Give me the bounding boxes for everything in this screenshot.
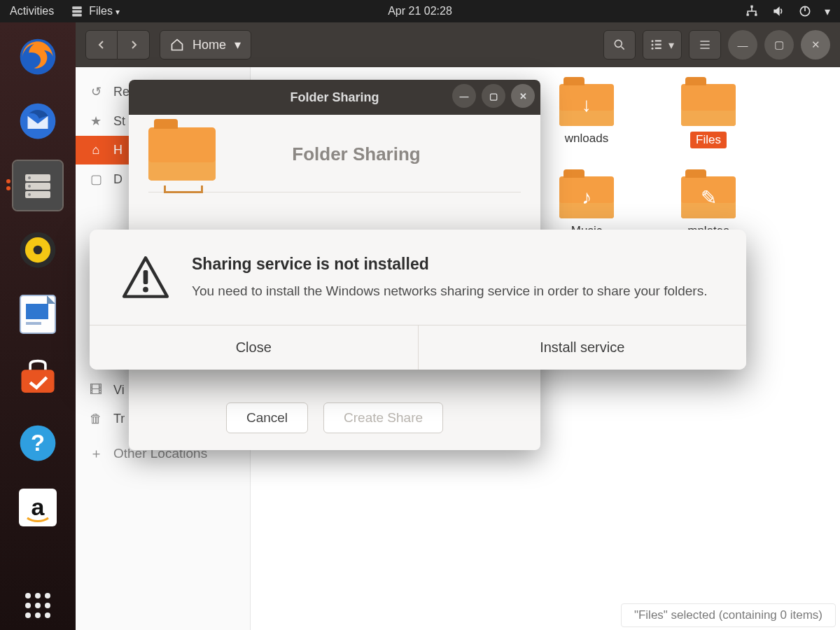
svg-point-17 (34, 246, 43, 255)
chevron-down-icon: ▾ (668, 38, 674, 52)
trash-icon: 🗑 (88, 412, 104, 426)
folder-icon: ✎ (681, 176, 736, 218)
alert-install-service-button[interactable]: Install service (419, 326, 747, 370)
path-label: Home (192, 38, 226, 52)
dock-firefox[interactable] (13, 32, 62, 81)
svg-rect-19 (26, 304, 48, 319)
app-menu-label: Files (89, 5, 120, 18)
dock-rhythmbox[interactable] (13, 225, 62, 274)
svg-point-38 (652, 44, 654, 46)
folder-music[interactable]: ♪Music (545, 176, 629, 238)
dock-show-applications[interactable] (13, 581, 62, 630)
dialog-heading: Folder Sharing (234, 144, 479, 165)
app-menu[interactable]: Files (71, 5, 120, 18)
sidebar-label: D (113, 172, 122, 187)
folder-icon (681, 84, 736, 126)
create-share-button[interactable]: Create Share (323, 402, 443, 433)
dock-files[interactable] (13, 161, 62, 210)
svg-rect-42 (144, 270, 148, 284)
folder-icon: ↓ (559, 84, 614, 126)
plus-icon: ＋ (88, 444, 104, 463)
svg-point-40 (652, 48, 654, 50)
svg-point-14 (28, 193, 31, 196)
svg-point-27 (35, 593, 41, 598)
hamburger-menu-button[interactable] (689, 30, 721, 59)
svg-point-36 (652, 40, 654, 42)
svg-rect-20 (26, 322, 41, 325)
svg-rect-2 (72, 14, 82, 17)
install-service-alert: Sharing service is not installed You nee… (90, 230, 746, 370)
alert-title: Sharing service is not installed (192, 255, 707, 274)
svg-rect-0 (72, 6, 82, 9)
files-app-icon (71, 5, 83, 18)
warning-icon (120, 255, 171, 300)
path-caret[interactable]: ▾ (234, 37, 241, 52)
clock[interactable]: Apr 21 02:28 (388, 5, 452, 18)
view-options-button[interactable]: ▾ (643, 30, 682, 59)
dialog-close-button[interactable]: ✕ (511, 84, 535, 108)
svg-text:?: ? (31, 430, 45, 456)
svg-rect-3 (750, 6, 752, 8)
dialog-titlebar: Folder Sharing — ▢ ✕ (129, 80, 540, 115)
search-button[interactable] (603, 30, 636, 59)
alert-close-button[interactable]: Close (90, 326, 419, 370)
forward-button[interactable] (118, 30, 150, 59)
network-icon[interactable] (745, 4, 759, 18)
sidebar-label: Vi (113, 383, 125, 398)
svg-point-33 (35, 612, 41, 618)
status-bar: "Files" selected (containing 0 items) (621, 603, 836, 627)
maximize-button[interactable]: ▢ (764, 30, 794, 59)
svg-rect-5 (755, 13, 757, 15)
svg-text:a: a (31, 493, 46, 520)
list-view-icon (650, 38, 663, 51)
folder-templates[interactable]: ✎mplates (666, 176, 750, 238)
svg-point-13 (28, 185, 31, 188)
dock-libreoffice-writer[interactable] (13, 290, 62, 339)
back-button[interactable] (85, 30, 118, 59)
star-icon: ★ (88, 113, 104, 129)
svg-point-8 (20, 104, 56, 139)
volume-icon[interactable] (771, 4, 785, 18)
svg-point-34 (45, 612, 50, 618)
alert-body: You need to install the Windows networks… (192, 282, 707, 301)
dock: ? a (0, 22, 76, 630)
folder-files[interactable]: Files (666, 84, 750, 148)
svg-point-43 (143, 287, 148, 293)
path-bar[interactable]: Home ▾ (160, 30, 251, 59)
dialog-maximize-button[interactable]: ▢ (482, 84, 505, 108)
svg-point-35 (615, 40, 622, 47)
folder-icon: ♪ (559, 176, 614, 218)
power-icon[interactable] (798, 4, 812, 18)
svg-rect-21 (21, 370, 54, 393)
video-icon: 🎞 (88, 383, 104, 398)
sidebar-label: St (113, 114, 125, 129)
folder-downloads[interactable]: ↓wnloads (545, 84, 629, 148)
clock-icon: ↺ (88, 84, 104, 99)
activities-button[interactable]: Activities (10, 5, 54, 18)
svg-point-12 (28, 176, 31, 179)
cancel-button[interactable]: Cancel (226, 402, 308, 433)
dialog-minimize-button[interactable]: — (452, 84, 476, 108)
dock-help[interactable]: ? (13, 419, 62, 468)
system-menu-caret[interactable]: ▾ (825, 5, 830, 18)
svg-point-32 (25, 612, 31, 618)
home-icon: ⌂ (88, 143, 104, 158)
dock-amazon[interactable]: a (13, 483, 62, 532)
close-button[interactable]: ✕ (801, 30, 830, 59)
svg-rect-37 (655, 40, 662, 41)
gnome-top-panel: Activities Files Apr 21 02:28 ▾ (0, 0, 840, 22)
sidebar-label: Re (113, 85, 130, 99)
svg-rect-41 (655, 48, 662, 49)
dialog-title: Folder Sharing (290, 90, 379, 105)
folder-label: Files (690, 132, 727, 148)
folder-label: wnloads (565, 132, 608, 146)
dock-ubuntu-software[interactable] (13, 354, 62, 403)
svg-point-28 (45, 593, 50, 598)
home-icon (170, 38, 184, 52)
svg-point-29 (25, 603, 31, 608)
minimize-button[interactable]: — (728, 30, 757, 59)
svg-rect-4 (747, 13, 749, 15)
svg-rect-1 (72, 10, 82, 13)
svg-rect-39 (655, 44, 662, 46)
dock-thunderbird[interactable] (13, 97, 62, 146)
